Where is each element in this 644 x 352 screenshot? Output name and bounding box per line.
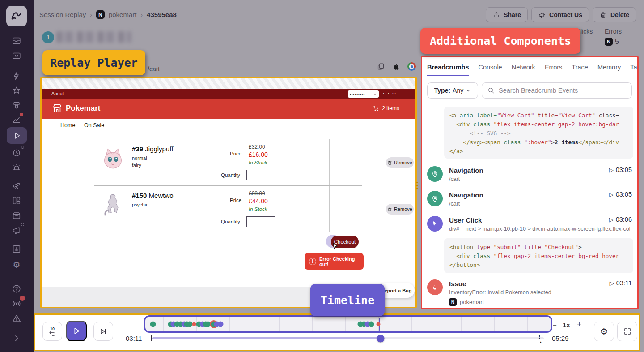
sidebar-item-announcements[interactable]: [12, 225, 21, 235]
play-button[interactable]: [66, 321, 87, 341]
trash-icon: [387, 207, 392, 212]
speed-decrease-button[interactable]: −: [553, 321, 557, 329]
tab-errors[interactable]: Errors: [545, 64, 562, 76]
progress-handle[interactable]: [377, 335, 384, 342]
errors-count: 5: [615, 38, 619, 46]
quantity-input: [246, 216, 275, 227]
type-filter-label: Type:: [434, 87, 450, 94]
tab-console[interactable]: Console: [478, 64, 502, 76]
search-input[interactable]: [499, 87, 626, 94]
tab-memory[interactable]: Memory: [597, 64, 621, 76]
apple-icon: [392, 63, 400, 71]
timeline-event-dot[interactable]: [217, 321, 223, 327]
chevron-right-icon: [12, 333, 21, 343]
sidebar-item-favorites[interactable]: [12, 86, 21, 95]
skip-next-icon: [99, 327, 108, 336]
share-icon: [492, 11, 500, 19]
total-time: 05:29: [552, 335, 569, 342]
price-label: Price: [230, 197, 242, 203]
code-folder-icon: [12, 51, 21, 60]
sidebar-item-history[interactable]: [12, 148, 21, 158]
event-row-issue[interactable]: Issue InventoryError: Invalid Pokemon se…: [427, 279, 633, 307]
player-settings-button[interactable]: ⚙: [594, 322, 614, 341]
sidebar-item-metrics[interactable]: [12, 115, 21, 124]
site-about-link: About: [51, 91, 64, 96]
sidebar-item-session-replay-active[interactable]: [7, 127, 27, 144]
event-row-navigation[interactable]: Navigation /cart ▷03:05: [427, 165, 633, 187]
share-button[interactable]: Share: [486, 7, 528, 22]
chevron-separator-icon: ›: [90, 11, 92, 18]
sidebar-item-live[interactable]: [12, 299, 21, 309]
sidebar-item-discover[interactable]: [12, 180, 21, 190]
quantity-label: Quantity: [221, 219, 240, 224]
annotation-timeline: Timeline: [310, 284, 385, 316]
cart-icon: [373, 105, 379, 112]
rewind-10-button[interactable]: 10: [42, 322, 62, 341]
history-clock-icon: [12, 148, 21, 158]
original-price: £88.00: [249, 190, 265, 197]
site-cart-link: 2 items: [373, 105, 399, 112]
skip-next-button[interactable]: [93, 322, 113, 341]
session-url: /cart: [148, 65, 160, 73]
flash-icon: [12, 100, 21, 110]
tab-breadcrumbs[interactable]: Breadcrumbs: [427, 64, 469, 76]
play-marker-icon: ▷: [609, 191, 614, 198]
type-filter-dropdown[interactable]: Type: Any: [427, 82, 478, 99]
sidebar-item-code[interactable]: [12, 51, 21, 60]
copy-icon[interactable]: [377, 62, 385, 71]
item-type: fairy: [132, 163, 141, 168]
timeline-event-dot[interactable]: [368, 321, 374, 327]
sidebar-item-archive[interactable]: [12, 210, 21, 220]
sidebar-item-sessions[interactable]: [12, 36, 21, 46]
sidebar-item-issues[interactable]: [12, 313, 21, 323]
timeline-scrubber[interactable]: [144, 315, 552, 333]
price-label: Price: [230, 151, 242, 156]
remove-button: Remove: [386, 204, 414, 215]
announcement-badge: [21, 223, 24, 226]
sidebar-item-funnels[interactable]: [12, 100, 21, 110]
tab-trace[interactable]: Trace: [572, 64, 588, 76]
panel-tabs: Breadcrumbs Console Network Errors Trace…: [427, 64, 637, 76]
breadcrumb-search[interactable]: [482, 82, 632, 99]
sidebar-item-analytics[interactable]: [12, 244, 21, 254]
notification-dot: [20, 113, 23, 116]
star-icon: [12, 86, 21, 95]
timeline-event-dot[interactable]: [192, 322, 196, 326]
tab-tags[interactable]: Tags: [630, 64, 637, 76]
breadcrumb-project[interactable]: pokemart: [109, 11, 137, 18]
contact-us-button[interactable]: Contact Us: [531, 7, 589, 22]
progress-end-marker: !: [538, 333, 540, 340]
dev-tools-panel: Breadcrumbs Console Network Errors Trace…: [421, 56, 639, 309]
annotation-additional-components: Additional Components: [420, 28, 580, 54]
progress-bar[interactable]: [152, 337, 544, 339]
sidebar-item-events[interactable]: [12, 71, 21, 81]
storefront-icon: [51, 103, 63, 114]
app-logo[interactable]: [6, 6, 27, 26]
nextjs-logo: N: [96, 10, 105, 19]
fullscreen-button[interactable]: [617, 322, 637, 341]
trend-chart-icon: [12, 115, 21, 124]
sale-price: £16.00: [249, 151, 268, 158]
stock-status: In Stock: [249, 160, 267, 165]
megaphone-icon: [12, 225, 21, 235]
top-header: Session Replay › N pokemart › 43595ea8 S…: [34, 0, 644, 27]
sidebar-expand-button[interactable]: [12, 333, 21, 343]
tab-network[interactable]: Network: [512, 64, 535, 76]
sidebar-item-help[interactable]: [12, 284, 21, 294]
event-row-navigation[interactable]: Navigation /cart ▷03:05: [427, 190, 633, 211]
timeline-event-dot[interactable]: [205, 321, 211, 327]
speed-increase-button[interactable]: +: [577, 320, 582, 329]
delete-button[interactable]: Delete: [593, 7, 636, 22]
sidebar-item-dashboards[interactable]: [12, 196, 21, 206]
event-row-user-click[interactable]: User Click div#__next > main.px-10.pb-10…: [427, 215, 633, 236]
panel-resize-handle[interactable]: [416, 180, 419, 191]
timeline-event-dot[interactable]: [150, 321, 156, 327]
current-time: 03:11: [126, 335, 142, 342]
replay-player-viewport[interactable]: About ••••••••• ⌄ ··· ·· Pokemart 2 item…: [40, 77, 417, 308]
timeline-event-dot[interactable]: [376, 322, 380, 326]
sidebar-item-alerts[interactable]: [12, 163, 21, 172]
dom-snippet-checkout: <button type="submit" title="Checkout"> …: [444, 238, 633, 273]
sidebar: ⚙: [0, 0, 34, 352]
sidebar-item-settings[interactable]: ⚙: [12, 260, 21, 270]
breadcrumb-root[interactable]: Session Replay: [39, 11, 86, 18]
